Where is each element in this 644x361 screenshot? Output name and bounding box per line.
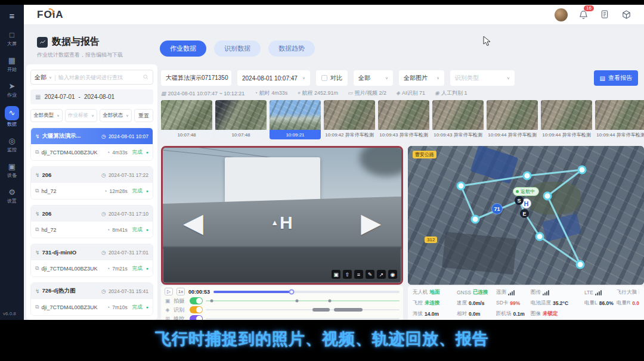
thumbnail-image — [324, 100, 375, 130]
media-thumbnail[interactable]: 10:09:42 异常停车检测 — [324, 100, 375, 141]
sidebar-item-job[interactable]: ➤ 作业 — [0, 80, 24, 98]
search-icon[interactable] — [143, 72, 149, 83]
task-name-input[interactable]: 大疆算法演示07171350 — [161, 70, 231, 86]
notifications-button[interactable]: 16 — [578, 10, 589, 20]
task-name: 726-dj热力图 — [42, 287, 99, 295]
control-icon: ⊞ — [165, 316, 171, 320]
upload-tool-icon[interactable]: ⇧ — [343, 270, 352, 279]
task-header[interactable]: ↯ 731-dj-minIO ◷ 2024-07-31 17:01 — [31, 244, 153, 260]
sidebar-item-label: 设备 — [0, 172, 24, 179]
report-log-button[interactable] — [600, 10, 611, 20]
telemetry-value: 未锁定 — [543, 310, 558, 318]
tab-job-data[interactable]: 作业数据 — [160, 41, 206, 57]
start-point-marker[interactable]: S — [515, 196, 524, 205]
sidebar-item-settings[interactable]: ⚙ 设置 — [0, 186, 24, 204]
sidebar-item-label: 大屏 — [0, 41, 24, 47]
status-dot: ● — [146, 150, 148, 154]
status-filter-select[interactable]: 全部状态∨ — [100, 109, 132, 122]
tag-filter-select[interactable]: 作业标签∨ — [65, 109, 97, 122]
telemetry-panel: 无人机地面 GNSS已连接 遥测 图传 LTE 飞行大脑已连接 飞控未连接 速度… — [408, 286, 644, 320]
route-icon: ↯ — [35, 288, 40, 294]
control-timeline[interactable] — [206, 318, 400, 319]
image-filter-select[interactable]: 全部图片∨ — [399, 70, 444, 86]
signal-bars-icon — [543, 290, 549, 295]
clock-icon: ◷ — [101, 250, 106, 256]
type-filter-select[interactable]: 全部类型∨ — [30, 109, 63, 122]
cube-icon — [621, 10, 631, 20]
route-icon: ↯ — [35, 211, 40, 217]
device-icon: ▣ — [8, 162, 16, 172]
device-name: hd_72 — [41, 227, 104, 233]
sidebar-item-monitor[interactable]: ◎ 监控 — [0, 135, 24, 153]
flight-time-select[interactable]: 2024-08-01 10:07:47∨ — [237, 70, 310, 86]
crop-tool-icon[interactable]: ▣ — [332, 270, 340, 279]
reset-button[interactable]: 重置 — [134, 109, 153, 122]
task-header[interactable]: ↯ 大疆算法演示... ◷ 2024-08-01 10:07 — [31, 128, 153, 144]
task-flight-row[interactable]: ⧉ dji_7CTDM4L00BZ3UK ◔ 7m10s 完成 ● — [31, 299, 153, 315]
flight-track-map[interactable]: 曹安公路 312 返航中 H S E 71 — [408, 146, 644, 285]
recognition-timeline[interactable] — [206, 309, 400, 310]
view-report-button[interactable]: ▤查看报告 — [594, 70, 638, 86]
recognition-type-select[interactable]: 识别类型∨ — [450, 70, 515, 86]
speed-button[interactable]: 1x — [177, 288, 185, 295]
apps-button[interactable] — [621, 10, 632, 20]
telemetry-label: 图传 — [531, 289, 541, 296]
media-thumbnail[interactable]: 10:09:44 异常停车检测 — [541, 100, 592, 141]
telemetry-label: 遥测 — [496, 289, 506, 296]
slider-handle[interactable] — [289, 289, 295, 294]
tab-data-trend[interactable]: 数据趋势 — [268, 41, 315, 57]
menu-icon[interactable]: ≡ — [0, 11, 24, 21]
track-control-label: 操控 — [174, 315, 187, 320]
device-tag-icon: ⧉ — [35, 226, 39, 233]
export-tool-icon[interactable]: ↗ — [377, 270, 386, 279]
media-thumbnail[interactable]: 10:07:48 — [161, 100, 212, 141]
media-thumbnail[interactable]: 10:09:43 异常停车检测 — [432, 100, 484, 141]
capture-timeline[interactable] — [206, 300, 400, 301]
date-range-picker[interactable]: ▦ 2024-07-01 - 2024-08-01 — [30, 89, 153, 104]
tab-recognition-data[interactable]: 识别数据 — [214, 41, 261, 57]
media-thumbnail[interactable]: 10:07:48 — [215, 100, 267, 141]
seek-slider[interactable] — [213, 291, 400, 293]
edit-tool-icon[interactable]: ✎ — [366, 270, 374, 279]
media-thumbnail-strip: 10:07:48 10:07:48 10:09:21 10:09:42 异常停车… — [161, 100, 644, 141]
video-frame-dock-cabinet — [225, 157, 320, 203]
compare-checkbox[interactable]: 对比 — [316, 70, 348, 86]
play-button[interactable]: ▷ — [165, 288, 173, 295]
sidebar-item-start[interactable]: ▦ 开始 — [0, 55, 24, 73]
task-flight-row[interactable]: ⧉ dji_7CTDM4L00BZ3UK ◔ 7m21s 完成 ● — [31, 260, 153, 276]
thumbnail-image — [432, 100, 484, 130]
task-flight-row[interactable]: ⧉ dji_7CTDM4L00BZ3UK ◔ 4m33s 完成 ● — [31, 144, 153, 160]
list-tool-icon[interactable]: ≡ — [354, 270, 363, 279]
object-search: 全部 ∨ | — [30, 70, 153, 85]
media-thumbnail[interactable]: 10:09:44 异常停车检测 — [595, 100, 644, 141]
task-flight-row[interactable]: ⧉ hd_72 ◔ 8m41s 完成 ● — [31, 222, 153, 238]
media-thumbnail[interactable]: 10:09:44 异常停车检测 — [487, 100, 538, 141]
recognition-toggle[interactable] — [190, 306, 203, 313]
search-input[interactable] — [58, 74, 140, 80]
media-thumbnail[interactable]: 10:09:43 异常停车检测 — [378, 100, 429, 141]
media-thumbnail-selected[interactable]: 10:09:21 — [270, 100, 321, 141]
capture-toggle[interactable] — [190, 297, 203, 304]
timer-icon: ◔ — [107, 150, 110, 155]
chevron-down-icon: ∨ — [126, 114, 129, 117]
sidebar-item-device[interactable]: ▣ 设备 — [0, 161, 24, 179]
video-player[interactable]: ◀ ▲H ▶ ▣ ⇧ ≡ ✎ ↗ ◉ — [161, 146, 403, 285]
control-toggle[interactable] — [190, 315, 203, 320]
task-flight-row[interactable]: ⧉ hd_72 ◔ 12m28s 完成 ● — [31, 183, 153, 199]
thumbnail-image — [161, 100, 212, 130]
app-logo: FOiA — [37, 9, 64, 21]
screen-icon: □ — [10, 30, 14, 40]
sidebar-item-data[interactable]: ∿ 数据 — [0, 106, 24, 127]
thumbnail-image — [215, 100, 267, 130]
task-header[interactable]: ↯ 206 ◷ 2024-07-31 17:22 — [31, 167, 153, 183]
category-select[interactable]: 全部 — [35, 73, 47, 82]
task-header[interactable]: ↯ 726-dj热力图 ◷ 2024-07-31 15:41 — [31, 283, 153, 299]
status-badge: 完成 — [132, 304, 143, 311]
end-point-marker[interactable]: E — [520, 209, 529, 218]
waypoint-count-marker[interactable]: 71 — [491, 203, 503, 214]
all-filter-select[interactable]: 全部∨ — [354, 70, 393, 86]
task-header[interactable]: ↯ 206 ◷ 2024-07-31 17:10 — [31, 206, 153, 222]
user-avatar[interactable] — [555, 8, 568, 21]
sidebar-item-screen[interactable]: □ 大屏 — [0, 29, 24, 47]
pin-tool-icon[interactable]: ◉ — [388, 270, 397, 279]
